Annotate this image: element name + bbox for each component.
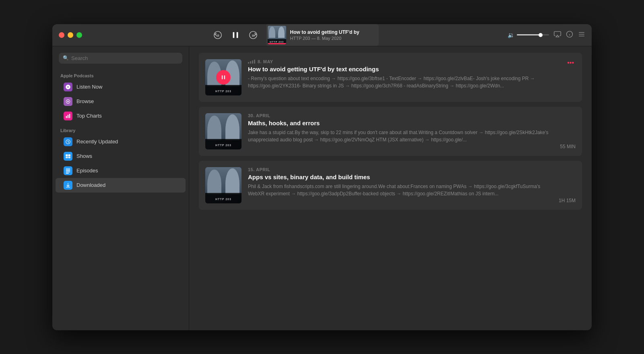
volume-control: 🔉 bbox=[508, 32, 549, 38]
search-box[interactable]: 🔍 bbox=[59, 53, 182, 64]
sidebar-item-recently-updated[interactable]: Recently Updated bbox=[56, 135, 186, 149]
svg-rect-18 bbox=[68, 115, 68, 118]
svg-rect-25 bbox=[66, 168, 70, 169]
listen-now-icon bbox=[64, 83, 72, 91]
top-charts-label: Top Charts bbox=[76, 113, 102, 119]
sidebar-item-downloaded[interactable]: Downloaded bbox=[56, 178, 186, 193]
now-playing-subtitle: HTTP 203 — 8. May 2020 bbox=[290, 36, 359, 41]
info-icon[interactable] bbox=[566, 31, 573, 39]
episode-duration-3: 1H 15M bbox=[559, 198, 576, 203]
svg-rect-23 bbox=[66, 157, 68, 158]
svg-rect-19 bbox=[69, 114, 70, 118]
browse-icon bbox=[64, 97, 72, 106]
svg-text:15: 15 bbox=[216, 34, 219, 37]
main-window: 15 30 bbox=[52, 24, 592, 330]
episode-info-2: 30. APRIL Maths, hooks, and errors Jake … bbox=[248, 113, 553, 143]
volume-slider[interactable] bbox=[517, 34, 549, 35]
pause-button[interactable] bbox=[229, 29, 242, 41]
episode-thumbnail-1: HTTP 203 bbox=[205, 59, 242, 95]
sidebar: 🔍 Apple Podcasts Listen Now bbox=[52, 46, 189, 330]
svg-rect-24 bbox=[68, 157, 70, 158]
close-button[interactable] bbox=[59, 32, 64, 38]
library-section-title: Library bbox=[52, 123, 189, 135]
svg-rect-2 bbox=[233, 32, 234, 38]
maximize-button[interactable] bbox=[76, 32, 82, 38]
sidebar-item-listen-now[interactable]: Listen Now bbox=[56, 80, 186, 94]
shows-icon bbox=[64, 152, 72, 161]
svg-marker-6 bbox=[556, 35, 559, 37]
svg-point-16 bbox=[67, 101, 69, 102]
apple-podcasts-section-title: Apple Podcasts bbox=[52, 70, 189, 80]
episode-desc-2: Jake has a stupid cat.By the way, skip t… bbox=[248, 129, 553, 143]
downloaded-label: Downloaded bbox=[76, 182, 105, 188]
now-playing-card[interactable]: HTTP 203 How to avoid getting UTF'd by H… bbox=[266, 24, 379, 46]
search-container: 🔍 bbox=[52, 53, 189, 70]
sidebar-item-episodes[interactable]: Episodes bbox=[56, 164, 186, 178]
forward-button[interactable]: 30 bbox=[247, 29, 260, 41]
titlebar: 15 30 bbox=[52, 24, 592, 46]
minimize-button[interactable] bbox=[68, 32, 73, 38]
now-playing-title: How to avoid getting UTF'd by bbox=[290, 29, 359, 35]
search-input[interactable] bbox=[71, 55, 178, 61]
listen-now-label: Listen Now bbox=[76, 84, 102, 90]
episode-more-button-1[interactable]: ••• bbox=[566, 59, 576, 66]
svg-rect-31 bbox=[224, 75, 225, 79]
titlebar-right: 🔉 bbox=[508, 31, 585, 39]
playback-controls: 15 30 bbox=[211, 29, 260, 41]
episode-thumbnail-3: HTTP 203 bbox=[205, 167, 242, 203]
episode-play-overlay-1[interactable] bbox=[216, 70, 231, 85]
top-charts-icon bbox=[64, 112, 72, 120]
now-playing-thumbnail: HTTP 203 bbox=[268, 26, 286, 44]
titlebar-center: 15 30 bbox=[82, 24, 508, 46]
airplay-icon[interactable] bbox=[554, 31, 561, 39]
signal-bars-1 bbox=[248, 60, 255, 64]
now-playing-info: How to avoid getting UTF'd by HTTP 203 —… bbox=[290, 29, 359, 41]
episode-title-1: How to avoid getting UTF'd by text encod… bbox=[248, 66, 559, 72]
episode-desc-3: Phil & Jack from fishandscripts.com are … bbox=[248, 183, 552, 197]
svg-rect-21 bbox=[66, 154, 68, 156]
rewind-button[interactable]: 15 bbox=[211, 29, 224, 41]
downloaded-icon bbox=[64, 181, 72, 190]
episode-thumbnail-2: HTTP 203 bbox=[205, 113, 242, 149]
svg-rect-26 bbox=[66, 170, 70, 171]
episode-card-2[interactable]: HTTP 203 30. APRIL Maths, hooks, and err… bbox=[199, 107, 582, 156]
svg-rect-27 bbox=[66, 171, 70, 172]
episode-title-2: Maths, hooks, and errors bbox=[248, 120, 553, 126]
episode-card-1[interactable]: HTTP 203 bbox=[199, 53, 582, 102]
recently-updated-label: Recently Updated bbox=[76, 139, 118, 145]
episode-desc-1: - Remy's question about text encoding → … bbox=[248, 75, 559, 89]
search-icon: 🔍 bbox=[63, 55, 69, 61]
svg-rect-28 bbox=[66, 173, 69, 174]
episode-info-1: 8. MAY How to avoid getting UTF'd by tex… bbox=[248, 59, 559, 89]
svg-rect-17 bbox=[66, 116, 67, 118]
shows-label: Shows bbox=[76, 153, 92, 159]
sidebar-item-top-charts[interactable]: Top Charts bbox=[56, 109, 186, 123]
recently-updated-icon bbox=[64, 137, 72, 146]
episode-date-1: 8. MAY bbox=[248, 59, 559, 64]
svg-rect-30 bbox=[222, 75, 223, 79]
episode-card-3[interactable]: HTTP 203 15. APRIL Apps vs sites, binary… bbox=[199, 161, 582, 210]
main-content: 🔍 Apple Podcasts Listen Now bbox=[52, 46, 592, 330]
sidebar-item-shows[interactable]: Shows bbox=[56, 149, 186, 164]
svg-rect-22 bbox=[68, 154, 70, 156]
svg-text:30: 30 bbox=[252, 34, 255, 37]
sidebar-item-browse[interactable]: Browse bbox=[56, 94, 186, 109]
browse-label: Browse bbox=[76, 98, 94, 104]
episode-duration-2: 55 MIN bbox=[560, 144, 576, 149]
episode-date-2: 30. APRIL bbox=[248, 113, 553, 118]
traffic-lights bbox=[59, 32, 82, 38]
episode-title-3: Apps vs sites, binary data, and build ti… bbox=[248, 174, 552, 180]
episodes-icon bbox=[64, 166, 72, 175]
queue-list-icon[interactable] bbox=[578, 31, 585, 39]
episode-info-3: 15. APRIL Apps vs sites, binary data, an… bbox=[248, 167, 552, 197]
volume-icon: 🔉 bbox=[508, 32, 514, 38]
svg-rect-29 bbox=[66, 187, 70, 187]
episode-list: HTTP 203 bbox=[189, 46, 592, 330]
episode-date-3: 15. APRIL bbox=[248, 167, 552, 172]
svg-rect-3 bbox=[236, 32, 238, 38]
episodes-label: Episodes bbox=[76, 168, 98, 174]
